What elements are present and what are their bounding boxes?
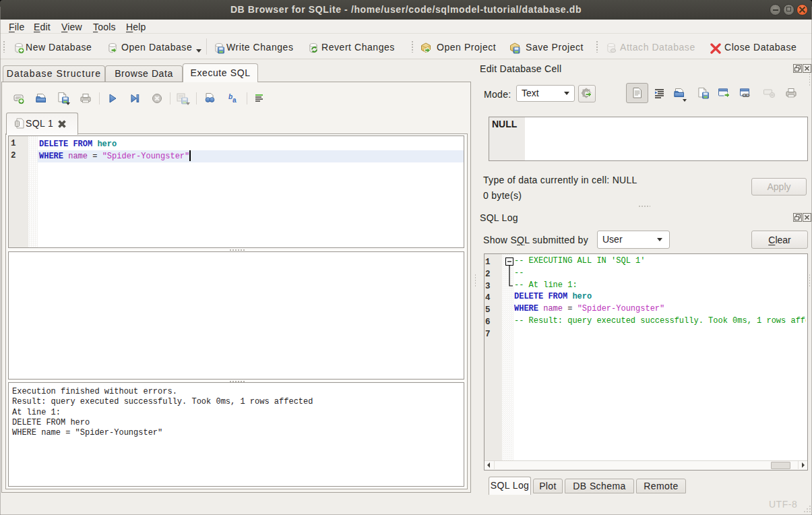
svg-text:a: a bbox=[232, 96, 237, 104]
